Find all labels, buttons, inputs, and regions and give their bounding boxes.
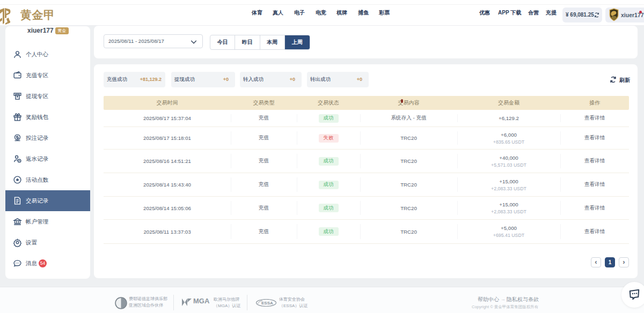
svg-text:ESSA: ESSA: [261, 301, 273, 305]
